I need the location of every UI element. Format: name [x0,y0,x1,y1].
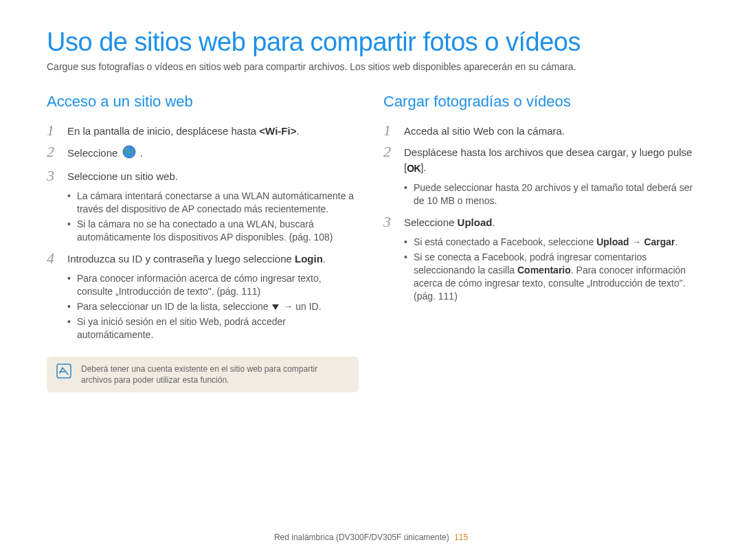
step-2: 2 Desplácese hasta los archivos que dese… [383,144,695,176]
step-body: Seleccione . [67,144,359,163]
step-text: Seleccione un sitio web. [67,170,178,182]
bullet-bold: Comentario [517,265,571,276]
step-number: 1 [47,123,63,138]
step-number: 2 [47,144,63,159]
step-text: Desplácese hasta los archivos que desea … [404,146,692,173]
step-text: Seleccione [404,216,458,228]
step-3-bullets: La cámara intentará conectarse a una WLA… [47,190,359,244]
step-text: . [296,125,299,137]
step-4-bullets: Para conocer información acerca de cómo … [47,272,359,341]
bullet: Para seleccionar un ID de la lista, sele… [67,300,359,313]
bullet: La cámara intentará conectarse a una WLA… [67,190,359,216]
svg-rect-1 [57,364,71,378]
column-left: Acceso a un sitio web 1 En la pantalla d… [47,93,359,392]
column-right: Cargar fotogradías o vídeos 1 Acceda al … [383,93,695,392]
step-body: Acceda al sitio Web con la cámara. [404,123,695,139]
step-number: 3 [47,168,63,183]
footer-page-number: 115 [454,533,468,542]
footer-text: Red inalámbrica (DV300F/DV305F únicament… [274,533,449,542]
upload-bold: Upload [458,216,493,228]
step-text: En la pantalla de inicio, desplácese has… [67,125,259,137]
step-body: Introduzca su ID y contraseña y luego se… [67,251,359,267]
heading-access-website: Acceso a un sitio web [47,93,359,111]
step-1: 1 En la pantalla de inicio, desplácese h… [47,123,359,139]
step-text: . [140,147,143,159]
note-icon [56,363,71,379]
step-text: ]. [420,161,426,173]
globe-icon [122,145,136,163]
bullet-bold: Cargar [644,236,675,247]
step-body: Desplácese hasta los archivos que desea … [404,144,695,176]
step-text: Introduzca su ID y contraseña y luego se… [67,253,295,265]
page-title: Uso de sitios web para compartir fotos o… [47,27,695,57]
bullet: Si se conecta a Facebook, podrá ingresar… [404,251,695,303]
step-3-bullets: Si está conectado a Facebook, seleccione… [383,236,695,303]
bullet: Si ya inició sesión en el sitio Web, pod… [67,315,359,341]
heading-upload: Cargar fotogradías o vídeos [383,93,695,111]
ok-icon: OK [407,161,420,176]
step-number: 4 [47,251,63,266]
bullet: Si está conectado a Facebook, seleccione… [404,236,695,249]
down-triangle-icon [272,304,279,310]
step-3: 3 Seleccione un sitio web. [47,168,359,184]
bullet-text: Si está conectado a Facebook, seleccione [414,236,596,247]
page: Uso de sitios web para compartir fotos o… [0,0,742,560]
login-bold: Login [295,253,323,265]
step-1: 1 Acceda al sitio Web con la cámara. [383,123,695,139]
step-2-bullets: Puede seleccionar hasta 20 archivos y el… [383,181,695,208]
content-columns: Acceso a un sitio web 1 En la pantalla d… [47,93,695,392]
step-text: . [492,216,495,228]
page-subtitle: Cargue sus fotografías o vídeos en sitio… [47,61,695,72]
step-number: 3 [383,214,400,229]
step-4: 4 Introduzca su ID y contraseña y luego … [47,251,359,267]
step-body: En la pantalla de inicio, desplácese has… [67,123,359,139]
step-2: 2 Seleccione . [47,144,359,163]
bullet-text: Para seleccionar un ID de la lista, sele… [77,301,271,312]
page-footer: Red inalámbrica (DV300F/DV305F únicament… [0,533,742,542]
step-text: Seleccione [67,147,121,159]
bullet-text: . [675,236,678,247]
bullet-bold: Upload [596,236,629,247]
note-box: Deberá tener una cuenta existente en el … [47,357,359,392]
step-text: . [323,253,326,265]
step-3: 3 Seleccione Upload. [383,214,695,230]
note-text: Deberá tener una cuenta existente en el … [81,363,349,385]
step-body: Seleccione Upload. [404,214,695,230]
bullet-arrow: → [629,236,644,247]
step-number: 1 [383,123,400,138]
bullet: Si la cámara no se ha conectado a una WL… [67,218,359,244]
bullet: Para conocer información acerca de cómo … [67,272,359,298]
bullet: Puede seleccionar hasta 20 archivos y el… [404,181,695,208]
step-number: 2 [383,144,400,159]
bullet-text: → un ID. [280,301,321,312]
wifi-bold: <Wi-Fi> [259,125,296,137]
step-body: Seleccione un sitio web. [67,168,359,184]
